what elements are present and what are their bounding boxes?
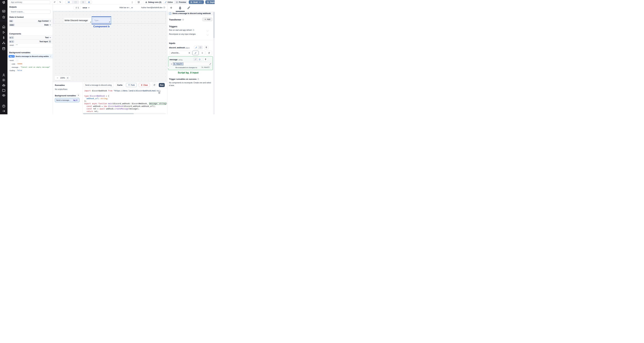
run-button[interactable]: Run [159,83,165,87]
docs-book-button[interactable] [135,0,142,4]
tab-styling-brush-icon[interactable] [187,6,191,10]
info-icon[interactable] [197,78,199,80]
mobile-icon[interactable] [80,1,86,4]
reeval-target-pill[interactable]: b.result [200,66,211,69]
sidebar-item-apps-icon[interactable] [2,10,6,13]
chevron-down-icon[interactable] [49,37,51,38]
frequency-dropdown[interactable]: once [82,6,90,10]
folders-icon[interactable] [2,88,6,92]
bg0-row[interactable]: bg_0 Send a message to discord using web… [8,54,52,58]
app-canvas[interactable]: Write Discord message: Type... Component… [53,11,167,82]
code-value: 50006 [18,63,22,65]
clear-x-icon[interactable] [188,52,190,54]
deploy-button[interactable]: Deploy [205,0,215,4]
static-pencil-icon[interactable] [194,58,198,61]
refresh-script-button[interactable] [152,83,156,87]
chevron-down-icon[interactable] [49,20,51,22]
script-f-icon: f [169,12,171,14]
tab-insert-plus-icon[interactable] [170,6,173,10]
fork-button[interactable]: Fork [126,83,137,87]
draft-button[interactable]: Draft ⌘S [189,0,204,4]
component-a-row[interactable]: a Text [8,36,52,40]
variables-dollar-icon[interactable] [2,36,6,40]
info-icon[interactable] [192,29,194,31]
script-name-input[interactable] [84,83,114,87]
code-editor[interactable]: import discordwebhook from "https://deno… [82,88,167,114]
runnable-name: Send a message... [56,99,70,101]
runs-play-icon[interactable] [2,30,6,34]
bg0-runnable-item[interactable]: Send a message... bg_0 [55,98,80,102]
add-background-runnable-button[interactable] [76,94,80,97]
more-menu-icon[interactable]: ⋮ [131,0,133,4]
app-summary-input[interactable] [9,0,50,4]
triggers-title: Triggers [169,25,177,28]
search-outputs-input[interactable] [9,10,50,14]
input-message-name: message [170,58,178,61]
edit-resource-pencil-button[interactable] [192,51,198,55]
zoom-out-button[interactable]: − [56,76,59,80]
resources-cubes-icon[interactable] [2,42,6,45]
bg0-result-row: result: - [10,59,18,62]
undo-icon[interactable]: ↶ [52,0,58,4]
debug-runs-button[interactable]: Debug runs (3) [144,0,163,4]
edit-pencil-icon[interactable] [50,56,52,57]
resource-picker-input[interactable]: u/henri/te... [170,51,192,55]
result-value: "" [16,44,18,46]
tab-preview[interactable]: Preview [175,0,187,4]
chevron-down-icon[interactable] [49,24,51,26]
users-person-icon[interactable] [2,73,6,77]
tab-editor[interactable]: Editor [164,0,174,4]
pencil-icon [165,1,167,3]
redo-icon[interactable]: ↷ [58,0,63,4]
outputs-title: Outputs [9,6,17,8]
line-number: 1 [170,63,173,65]
bg0-name: Send a message to discord using webhook [16,56,49,57]
expression-editor[interactable]: 1 b.result [170,62,212,66]
audit-eye-icon[interactable] [2,94,6,97]
refresh-icon [76,7,77,9]
clear-button[interactable]: Clear [139,83,150,87]
preview-target-icon [176,1,178,3]
text-input-component[interactable]: Type... [93,18,110,23]
refresh-resource-button[interactable] [206,51,212,55]
connect-plug-icon[interactable] [203,58,208,61]
centered-layout-icon[interactable] [66,1,72,4]
input1-mode-segmented [194,46,203,49]
chevron-up-icon[interactable] [48,40,51,43]
component-b-row[interactable]: b Text Input [8,40,52,44]
star-icon[interactable] [2,15,6,19]
collapse-result-button[interactable]: - [16,59,18,62]
collapse-arrow-icon[interactable] [2,109,6,113]
home-icon[interactable] [2,25,6,28]
ctx-row[interactable]: ctx App Context [8,19,52,23]
zoom-in-button[interactable]: + [66,76,70,80]
refresh-count-button[interactable]: 1 [74,6,81,10]
copy-code-icon[interactable] [158,91,160,94]
settings-gear-icon[interactable] [2,78,6,82]
eval-f-icon[interactable] [198,58,202,61]
desktop-icon[interactable] [86,1,92,4]
selected-component-b[interactable]: Type... [92,16,111,24]
state-row[interactable]: state State [8,23,52,27]
workers-robot-icon[interactable] [2,84,6,87]
resize-handle[interactable] [90,22,91,22]
state-type-label: State [44,24,48,26]
expand-editor-icon[interactable] [209,62,212,66]
eval-f-icon[interactable] [198,46,202,49]
help-icon[interactable] [2,104,6,108]
info-icon[interactable] [182,19,184,20]
add-transformer-button[interactable]: Add [202,18,212,21]
tab-component-settings-icon[interactable] [178,6,182,10]
resize-handle[interactable] [109,22,110,22]
cache-button[interactable]: Cache [116,83,124,87]
connect-plug-icon[interactable] [204,46,208,49]
fullscreen-icon[interactable] [72,1,79,4]
add-resource-button[interactable] [199,51,205,55]
windmill-logo[interactable] [2,0,6,4]
schedules-calendar-icon[interactable] [2,47,6,50]
static-pencil-icon[interactable] [194,46,198,49]
settings-scrollbar[interactable] [213,12,215,114]
info-icon[interactable] [163,6,165,8]
text-component-a[interactable]: Write Discord message: [64,18,91,23]
horizontal-scrollbar[interactable] [83,113,166,114]
